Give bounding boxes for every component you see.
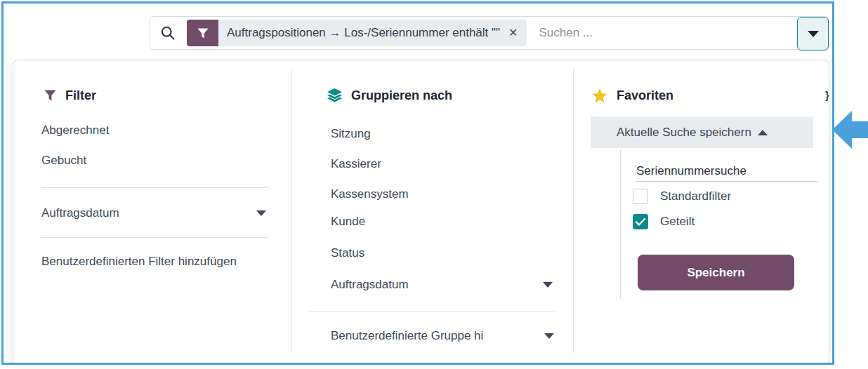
filter-item-label: Auftragsdatum: [41, 206, 119, 220]
star-icon: [592, 88, 607, 103]
search-options-toggle-button[interactable]: [797, 17, 829, 51]
search-icon: [160, 25, 176, 41]
caret-down-icon: [544, 333, 554, 339]
add-custom-group-label: Benutzerdefinierte Gruppe hi: [331, 329, 483, 343]
layers-icon: [327, 88, 342, 102]
annotation-arrow-icon: [832, 111, 868, 149]
column-divider: [573, 69, 574, 353]
checkbox-label: Standardfilter: [660, 189, 731, 203]
filter-section-title: Filter: [65, 88, 96, 103]
add-custom-group-item[interactable]: Benutzerdefinierte Gruppe hi: [331, 328, 554, 344]
group-item-kassensystem[interactable]: Kassensystem: [331, 186, 409, 203]
caret-down-icon: [808, 31, 819, 37]
favorites-indent-line: [620, 150, 621, 299]
divider: [41, 187, 268, 188]
save-current-search-label: Aktuelle Suche speichern: [617, 126, 751, 140]
clipped-background-glyph: }: [825, 89, 831, 102]
geteilt-checkbox[interactable]: [633, 214, 648, 229]
filter-facet-icon: [187, 20, 218, 46]
search-input[interactable]: [538, 25, 829, 41]
save-button[interactable]: Speichern: [638, 255, 794, 290]
caret-down-icon: [543, 282, 553, 288]
screenshot: Auftragspositionen → Los-/Seriennummer e…: [0, 0, 868, 369]
facet-label: Auftragspositionen → Los-/Seriennummer e…: [227, 26, 500, 40]
add-custom-filter-item[interactable]: Benutzerdefinierten Filter hinzufügen: [41, 253, 237, 270]
group-by-section-header: Gruppieren nach: [327, 86, 452, 105]
filter-item-auftragsdatum[interactable]: Auftragsdatum: [41, 205, 266, 222]
caret-down-icon: [256, 210, 266, 216]
group-item-status[interactable]: Status: [331, 245, 364, 262]
standardfilter-checkbox[interactable]: [633, 189, 648, 204]
group-item-kassierer[interactable]: Kassierer: [331, 156, 381, 173]
check-icon: [636, 218, 645, 226]
favorites-section-title: Favoriten: [617, 88, 673, 103]
group-by-section-title: Gruppieren nach: [351, 88, 452, 103]
filter-icon: [44, 90, 56, 101]
group-item-label: Auftragsdatum: [331, 278, 409, 292]
favorites-section-header: Favoriten: [592, 86, 673, 105]
checkbox-label: Geteilt: [660, 215, 695, 229]
filter-item-gebucht[interactable]: Gebucht: [41, 152, 86, 169]
caret-up-icon: [758, 130, 768, 135]
column-divider: [291, 69, 291, 353]
search-bar: Auftragspositionen → Los-/Seriennummer e…: [150, 16, 829, 50]
facet-remove-icon[interactable]: ✕: [508, 27, 518, 39]
filter-item-abgerechnet[interactable]: Abgerechnet: [41, 122, 109, 139]
facet-body: Auftragspositionen → Los-/Seriennummer e…: [218, 20, 527, 46]
divider: [308, 311, 555, 311]
group-item-auftragsdatum[interactable]: Auftragsdatum: [331, 276, 553, 293]
checkbox-row-standardfilter[interactable]: Standardfilter: [633, 188, 731, 205]
search-facet[interactable]: Auftragspositionen → Los-/Seriennummer e…: [187, 20, 527, 46]
filter-section-header: Filter: [44, 86, 96, 105]
checkbox-row-geteilt[interactable]: Geteilt: [633, 213, 695, 230]
search-options-panel: Filter Abgerechnet Gebucht Auftragsdatum…: [13, 60, 829, 363]
favorite-name-input[interactable]: [636, 161, 817, 182]
group-item-sitzung[interactable]: Sitzung: [331, 126, 371, 142]
divider: [41, 237, 268, 238]
group-item-kunde[interactable]: Kunde: [331, 213, 365, 230]
save-current-search-item[interactable]: Aktuelle Suche speichern: [591, 116, 813, 148]
